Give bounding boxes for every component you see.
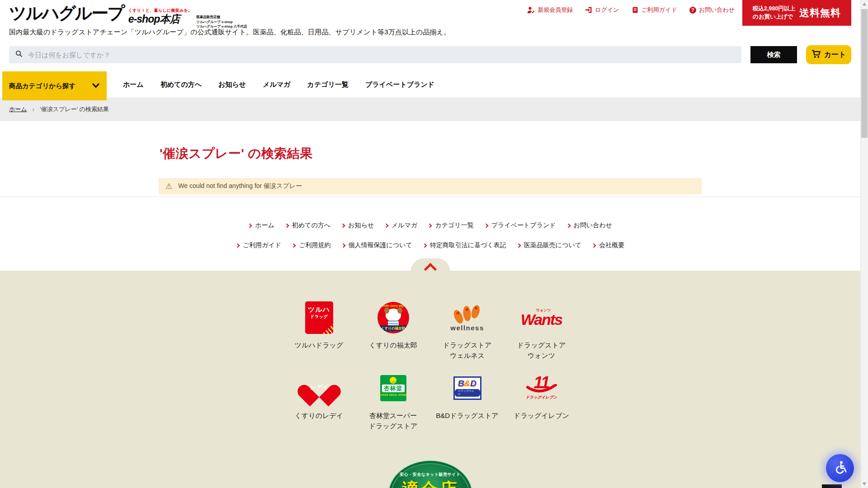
breadcrumb-separator-icon: › [33,106,35,113]
chevron-right-icon [248,223,252,228]
register-label: 新規会員登録 [538,6,573,14]
footer-link-pharma-sales[interactable]: 医薬品販売について [517,241,581,249]
scrollbar-up-arrow[interactable] [863,3,866,5]
breadcrumb-home-link[interactable]: ホーム [9,105,27,113]
back-to-top-button[interactable] [411,258,450,271]
swoosh-icon [526,384,557,395]
nav-item-first-time[interactable]: 初めての方へ [160,80,202,89]
wheelchair-icon [832,460,848,477]
store-footer: ツルハ ドラッグ ツルハドラッグ Smile every day! くすりの福太… [0,271,860,488]
chevron-right-icon [341,243,345,248]
nav-item-news[interactable]: お知らせ [218,80,246,89]
store-tsuruha-drug[interactable]: ツルハ ドラッグ ツルハドラッグ [282,299,356,361]
store-caption: ドラッグイレブン [514,410,569,421]
shipping-condition: 税込2,980円以上 のお買い上げで [753,5,795,21]
scrollbar-thumb[interactable] [861,9,868,138]
tsuruha-drug-logo: ツルハ ドラッグ [305,299,333,337]
footer-link-first-time[interactable]: 初めての方へ [285,221,330,230]
store-bd-drugstore[interactable]: B&D ドラッグストア B&Dドラッグストア [430,369,505,432]
header-links: 新規会員登録 ログイン ご利用ガイド ? お問い合わせ [527,6,735,14]
store-info-line: ツルハグループ e-shop [196,20,247,25]
footer-link-private-brand[interactable]: プライベートブランド [485,221,556,230]
store-caption: B&Dドラッグストア [436,410,498,421]
cart-button[interactable]: カート [806,45,851,64]
contact-label: お問い合わせ [699,6,735,14]
accessibility-button[interactable] [826,454,854,482]
store-caption: ドラッグストア ウォンツ [517,340,566,361]
store-kusuri-no-fukutaro[interactable]: Smile every day! くすりの福太郎 くすりの福太郎 [356,299,430,361]
footer-link-commerce-law[interactable]: 特定商取引法に基づく表記 [423,241,506,249]
register-link[interactable]: 新規会員登録 [527,6,573,14]
nav-item-private-brand[interactable]: プライベートブランド [365,80,434,89]
footer-link-terms[interactable]: ご利用規約 [292,241,330,249]
chevron-right-icon [566,223,571,228]
login-label: ログイン [595,6,619,14]
footer-link-privacy[interactable]: 個人情報保護について [342,241,412,249]
guide-link[interactable]: ご利用ガイド [632,6,677,14]
footer-link-guide[interactable]: ご利用ガイド [236,241,281,249]
heart-icon: レデイ [306,376,332,400]
drug-eleven-logo: 11 ドラッグイレブン [526,369,557,407]
chevron-right-icon [592,243,596,248]
store-kusuri-no-ledei[interactable]: レデイ くすりのレデイ [282,369,356,432]
store-drugstore-wellness[interactable]: wellness ドラッグストア ウェルネス [430,299,505,361]
store-caption: ツルハドラッグ [295,340,343,350]
footer-link-news[interactable]: お知らせ [341,221,374,230]
bottom-corner-element [822,484,842,488]
ledei-heart-logo: レデイ [306,369,332,407]
store-caption: ドラッグストア ウェルネス [443,340,491,361]
wellness-logo: wellness [450,299,484,337]
chevron-right-icon [284,223,289,228]
cart-label: カート [824,50,846,60]
breadcrumb: ホーム › '催涙スプレー' の検索結果 [0,98,860,121]
footer-link-home[interactable]: ホーム [248,221,274,230]
page-title: '催涙スプレー' の検索結果 [160,145,313,162]
chevron-right-icon [341,223,345,228]
footer-link-contact[interactable]: お問い合わせ [567,221,612,230]
guide-label: ご利用ガイド [642,6,677,14]
footer-link-company[interactable]: 会社概要 [592,241,624,249]
store-caption: 杏林堂スーパー ドラッグストア [369,410,417,432]
nav-item-newsletter[interactable]: メルマガ [263,80,290,89]
nav-item-categories[interactable]: カテゴリ一覧 [307,80,349,89]
section-divider [0,197,860,197]
header-top: ツルハグループ くすり！と、暮らしに微笑みを。 e-shop本店 医薬品販売店舗… [9,0,851,26]
category-menu-label: 商品カテゴリから探す [9,82,75,90]
cart-icon [811,50,821,60]
warning-icon: ⚠ [165,183,172,190]
certified-shop-seal: 安心・安全なネット販売サイト 適合店 [388,460,473,488]
nav-item-home[interactable]: ホーム [123,80,144,89]
search-button[interactable]: 検索 [750,46,797,63]
shipping-highlight: 送料無料 [799,6,841,20]
free-shipping-badge: 税込2,980円以上 のお買い上げで 送料無料 [742,0,851,26]
store-drugstore-wants[interactable]: ウォンツ Wants ドラッグストア ウォンツ [505,299,579,361]
chevron-right-icon [235,243,240,248]
store-caption: くすりのレデイ [295,410,343,421]
chevron-right-icon [422,243,427,248]
smiley-icon [390,377,396,384]
wellness-petals-icon [452,304,482,326]
footer-link-categories[interactable]: カテゴリ一覧 [428,221,473,230]
brand-name: ツルハグループ [9,4,124,23]
wants-logo: ウォンツ Wants [521,299,562,337]
store-drug-eleven[interactable]: 11 ドラッグイレブン ドラッグイレブン [505,369,579,432]
chevron-right-icon [292,243,296,248]
search-input[interactable] [28,51,735,59]
seal-subtitle: 安心・安全なネット販売サイト [400,472,460,478]
search-results-section: '催涙スプレー' の検索結果 ⚠ We could not find anyth… [0,121,860,271]
search-icon [15,50,23,59]
logo-mid: くすり！と、暮らしに微笑みを。 e-shop本店 [128,8,192,24]
store-kyorindo[interactable]: 杏林堂 SUPER DRUG STORE 杏林堂スーパー ドラッグストア [356,369,430,432]
login-link[interactable]: ログイン [585,6,619,14]
category-menu-button[interactable]: 商品カテゴリから探す [2,71,107,100]
dog-mascot-icon [386,309,401,321]
site-logo[interactable]: ツルハグループ くすり！と、暮らしに微笑みを。 e-shop本店 医薬品販売店舗… [9,4,247,29]
footer-link-newsletter[interactable]: メルマガ [385,221,417,230]
store-row-1: ツルハ ドラッグ ツルハドラッグ Smile every day! くすりの福太… [0,271,860,361]
scrollbar-down-arrow[interactable] [863,483,866,485]
contact-link[interactable]: ? お問い合わせ [689,6,735,14]
chevron-right-icon [384,223,389,228]
warning-message: We could not find anything for 催涙スプレー [178,182,302,190]
store-row-2: レデイ くすりのレデイ 杏林堂 SUPER DRUG STORE 杏林堂スーパー… [0,369,860,432]
footer-nav-row-1: ホーム 初めての方へ お知らせ メルマガ カテゴリ一覧 プライベートブランド お… [0,221,860,230]
